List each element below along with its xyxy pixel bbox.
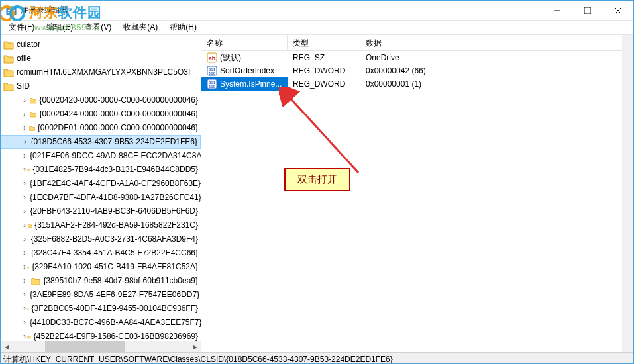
scroll-thumb[interactable] [45,341,125,352]
menubar: 文件(F) 编辑(E) 查看(V) 收藏夹(A) 帮助(H) [1,21,633,35]
value-type: REG_DWORD [288,65,360,77]
tree-item[interactable]: ofile [1,52,201,66]
expand-icon[interactable]: › [23,122,28,134]
tree-item-label: culator [17,39,40,50]
tree-item[interactable]: ›{20FBF643-2110-4AB9-BC3F-6406DB5F6F6D} [1,205,201,218]
tree-item-label: {4410DC33-BC7C-496B-AA84-4AEA3EEE75F7} [30,317,201,328]
minimize-button[interactable] [542,1,572,21]
value-data: OneDrive [360,52,633,64]
expand-icon[interactable]: › [23,234,26,245]
menu-favorites[interactable]: 收藏夹(A) [118,21,163,34]
tree-horizontal-scrollbar[interactable]: ◂ ▸ [1,341,201,352]
expand-icon[interactable]: › [23,178,26,189]
menu-file[interactable]: 文件(F) [3,21,40,34]
expand-icon[interactable]: › [23,150,26,161]
expand-icon[interactable]: › [24,136,26,148]
svg-rect-6 [12,10,15,11]
expand-icon[interactable]: › [23,206,26,217]
tree-item-label: {021E4F06-9DCC-49AD-88CF-ECC2DA314C8A} [30,150,201,161]
expand-icon[interactable]: › [23,303,26,314]
tree-item[interactable]: ›{329F4A10-1020-451C-B419-FB4AFF81C52A} [1,260,201,274]
menu-view[interactable]: 查看(V) [79,21,117,34]
expand-icon[interactable]: › [23,192,26,203]
tree-item[interactable]: ›{0002DF01-0000-0000-C000-000000000046} [1,121,201,135]
values-vertical-scrollbar[interactable] [622,35,633,352]
window-controls [542,1,633,21]
tree-item[interactable]: ›{4410DC33-BC7C-496B-AA84-4AEA3EEE75F7} [1,316,201,330]
expand-icon[interactable]: › [23,289,26,300]
svg-text:110: 110 [209,85,216,89]
tree-item[interactable]: SID [1,79,201,93]
value-name: ab(默认) [201,51,288,65]
value-row[interactable]: 011110System.IsPinne...REG_DWORD0x000000… [201,77,633,91]
column-name[interactable]: 名称 [201,35,288,50]
menu-edit[interactable]: 编辑(E) [41,21,78,34]
tree-item[interactable]: ›{031E4825-7B94-4dc3-B131-E946B44C8DD5} [1,163,201,177]
tree-item[interactable]: ›{389510b7-9e58-40d7-98bf-60b911cb0ea9} [1,274,201,288]
expand-icon[interactable]: › [23,317,26,328]
value-data: 0x00000001 (1) [360,78,633,90]
tree-item[interactable]: culator [1,38,201,52]
tree-item[interactable]: ›{021E4F06-9DCC-49AD-88CF-ECC2DA314C8A} [1,149,201,163]
value-name: 011110System.IsPinne... [201,77,288,91]
app-icon [6,5,17,16]
tree-item[interactable]: ›{3AE9FE89-8DA5-4EF6-9E27-F7547EE06DD7} [1,288,201,302]
tree-item-label: {20FBF643-2110-4AB9-BC3F-6406DB5F6F6D} [30,206,198,217]
menu-help[interactable]: 帮助(H) [164,21,202,34]
close-button[interactable] [603,1,633,21]
value-row[interactable]: 011110SortOrderIndexREG_DWORD0x00000042 … [201,64,633,77]
value-type: REG_SZ [288,52,360,64]
tree-item-label: {00020424-0000-0000-C000-000000000046} [39,109,198,120]
svg-text:ab: ab [209,55,216,62]
tree-item[interactable]: ›{018D5C66-4533-4307-9B53-224DE2ED1FE6} [1,135,201,149]
expand-icon[interactable]: › [23,220,26,231]
window-title: 注册表编辑器 [21,5,542,16]
statusbar: 计算机\HKEY_CURRENT_USER\SOFTWARE\Classes\C… [1,352,633,364]
scroll-right-arrow[interactable]: ▸ [189,341,201,352]
values-header: 名称 类型 数据 [201,35,633,51]
tree-item[interactable]: ›{1ECDA7BF-4DFA-41D8-9380-1A27B26CFC41} [1,191,201,205]
tree-item-label: {328C47F4-3354-451A-B4C5-F72B22E4CC66} [31,248,198,259]
tree-item[interactable]: ›{3151AAF2-F284-492d-BA59-1685822F231C} [1,218,201,232]
value-type: REG_DWORD [288,78,360,90]
close-icon [615,7,621,14]
column-data[interactable]: 数据 [360,35,633,50]
maximize-icon [584,7,591,14]
value-name: 011110SortOrderIndex [201,64,288,77]
expand-icon[interactable]: › [23,164,26,175]
svg-rect-8 [584,7,591,14]
expand-icon[interactable]: › [23,248,26,259]
tree-item[interactable]: ›{00020424-0000-0000-C000-000000000046} [1,107,201,121]
tree-item[interactable]: ›{325F6882-B2D5-A0C3-2731-4C68AFA3D9F4} [1,232,201,246]
tree-item[interactable]: ›{328C47F4-3354-451A-B4C5-F72B22E4CC66} [1,246,201,260]
values-body: ab(默认)REG_SZOneDrive011110SortOrderIndex… [201,51,633,91]
tree-item[interactable]: ›{00020420-0000-0000-C000-000000000046} [1,93,201,107]
tree-item[interactable]: romiumHTM.6LXMXMGAYLYXPXBNN3PLC5O3I [1,66,201,79]
titlebar: 注册表编辑器 [1,1,633,21]
scroll-left-arrow[interactable]: ◂ [1,341,12,352]
value-row[interactable]: ab(默认)REG_SZOneDrive [201,51,633,64]
svg-rect-5 [8,12,11,13]
expand-icon[interactable]: › [23,109,28,120]
annotation-tooltip: 双击打开 [284,168,350,191]
tree-content: culatorofileromiumHTM.6LXMXMGAYLYXPXBNN3… [1,35,201,352]
tree-item[interactable]: ›{3F2BBC05-40DF-41E9-9455-00104BC936FF} [1,302,201,316]
minimize-icon [554,7,560,14]
expand-icon[interactable]: › [23,275,30,287]
value-data: 0x00000042 (66) [360,65,633,77]
values-panel: 名称 类型 数据 ab(默认)REG_SZOneDrive011110SortO… [201,35,633,352]
tree-item-label: {018D5C66-4533-4307-9B53-224DE2ED1FE6} [30,136,197,148]
tree-item-label: {325F6882-B2D5-A0C3-2731-4C68AFA3D9F4} [31,234,198,245]
tree-item-label: {389510b7-9e58-40d7-98bf-60b911cb0ea9} [43,275,198,287]
main-area: culatorofileromiumHTM.6LXMXMGAYLYXPXBNN3… [1,35,633,352]
tree-item-label: {0002DF01-0000-0000-C000-000000000046} [38,122,198,134]
expand-icon[interactable]: › [23,95,28,106]
tree-item-label: {1ECDA7BF-4DFA-41D8-9380-1A27B26CFC41} [30,192,201,203]
scroll-track[interactable] [12,341,189,352]
tree-item-label: {3F2BBC05-40DF-41E9-9455-00104BC936FF} [32,303,198,314]
column-type[interactable]: 类型 [288,35,360,50]
maximize-button[interactable] [572,1,603,21]
tree-item[interactable]: ›{1BF42E4C-4AF4-4CFD-A1A0-CF2960B8F63E} [1,177,201,191]
tree-item-label: {031E4825-7B94-4dc3-B131-E946B44C8DD5} [32,164,198,175]
expand-icon[interactable]: › [23,261,26,273]
